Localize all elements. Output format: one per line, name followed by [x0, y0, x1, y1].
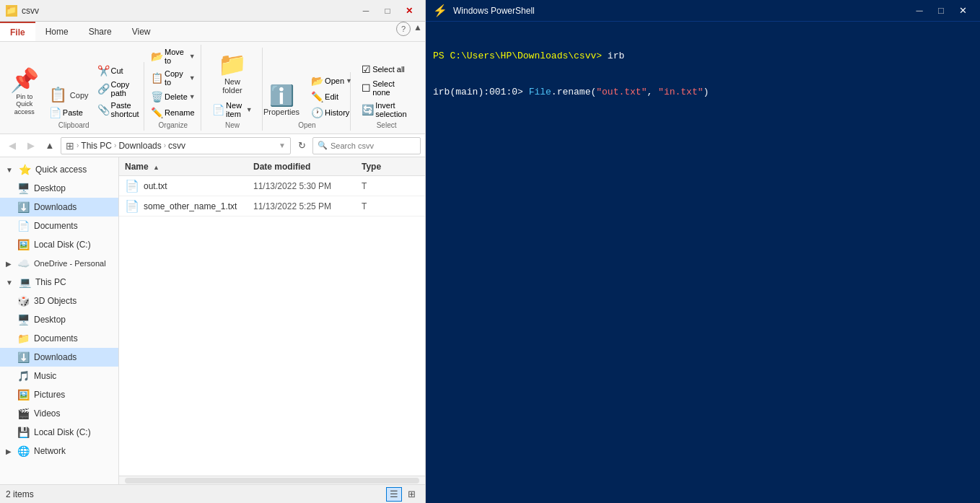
ps-console-output[interactable]: PS C:\Users\HP\Downloads\csvv> irb irb(m…: [426, 22, 980, 503]
search-icon: 🔍: [318, 141, 328, 150]
file-row-out-txt[interactable]: 📄 out.txt 11/13/2022 5:30 PM T: [119, 176, 425, 196]
downloads-label: Downloads: [34, 202, 76, 212]
ribbon: File Home Share View ? ▲ 📌 Pin to Quic: [0, 22, 425, 134]
search-input[interactable]: [331, 141, 430, 150]
sidebar-item-network[interactable]: ▶ 🌐 Network: [0, 442, 118, 460]
copy-button[interactable]: 📋 Copy: [45, 84, 92, 105]
sidebar-item-quick-access[interactable]: ▼ ⭐ Quick access: [0, 160, 118, 179]
move-to-button[interactable]: 📂 Move to ▼: [147, 46, 199, 66]
pin-to-quick-access-button[interactable]: 📌 Pin to Quickaccess: [5, 65, 44, 120]
copy-to-icon: 📋: [151, 72, 163, 84]
item-count: 2 items: [6, 489, 382, 499]
new-folder-button[interactable]: 📁 Newfolder: [213, 49, 252, 98]
back-button[interactable]: ◀: [4, 138, 20, 154]
refresh-button[interactable]: ↻: [294, 138, 310, 154]
cut-button[interactable]: ✂️ Cut: [94, 64, 143, 78]
new-item-button[interactable]: 📄 New item ▼: [209, 100, 256, 120]
file-icon-txt: 📄: [125, 179, 139, 193]
horizontal-scroll-area[interactable]: [119, 476, 425, 484]
tab-file[interactable]: File: [0, 22, 35, 41]
file-type-some-other: T: [362, 201, 419, 211]
sidebar-item-videos[interactable]: 🎬 Videos: [0, 404, 118, 423]
up-button[interactable]: ▲: [42, 138, 58, 154]
tab-home[interactable]: Home: [35, 22, 79, 41]
file-row-some-other[interactable]: 📄 some_other_name_1.txt 11/13/2022 5:25 …: [119, 196, 425, 216]
address-path[interactable]: ⊞ › This PC › Downloads › csvv ▼: [61, 137, 291, 154]
rename-button[interactable]: ✏️ Rename: [147, 105, 198, 120]
tab-view[interactable]: View: [122, 22, 161, 41]
select-none-button[interactable]: ☐ Select none: [358, 78, 415, 98]
disk-label: Local Disk (C:): [34, 427, 91, 437]
breadcrumb-csvv: csvv: [168, 141, 185, 151]
address-bar: ◀ ▶ ▲ ⊞ › This PC › Downloads › csvv ▼ ↻…: [0, 134, 425, 157]
large-icons-view-button[interactable]: ⊞: [403, 487, 419, 502]
copy-path-icon: 🔗: [97, 83, 110, 95]
sidebar-item-onedrive[interactable]: ▶ ☁️ OneDrive - Personal: [0, 254, 118, 273]
search-box[interactable]: 🔍: [312, 137, 421, 154]
sidebar-item-pictures[interactable]: 🖼️ Local Disk (C:): [0, 235, 118, 254]
sidebar-item-desktop-pc[interactable]: 🖥️ Desktop: [0, 310, 118, 329]
sidebar-item-downloads-pc[interactable]: ⬇️ Downloads: [0, 348, 118, 367]
sidebar-item-documents[interactable]: 📄 Documents: [0, 216, 118, 235]
edit-icon: ✏️: [311, 91, 323, 102]
properties-button[interactable]: ℹ️ Properties: [258, 82, 305, 120]
sidebar-item-this-pc[interactable]: ▼ 💻 This PC: [0, 273, 118, 292]
ps-path: C:\Users\HP\Downloads\csvv>: [450, 51, 602, 61]
details-view-button[interactable]: ☰: [386, 487, 402, 502]
ps-close-button[interactable]: ✕: [953, 4, 973, 18]
minimize-button[interactable]: ─: [356, 4, 376, 18]
maximize-button[interactable]: □: [377, 4, 398, 18]
tab-share[interactable]: Share: [79, 22, 122, 41]
move-to-chevron: ▼: [189, 53, 196, 60]
edit-button[interactable]: ✏️ Edit: [307, 89, 356, 104]
ps-arg2: "in.txt": [658, 87, 703, 97]
delete-button[interactable]: 🗑️ Delete ▼: [147, 89, 199, 104]
copy-to-button[interactable]: 📋 Copy to ▼: [147, 68, 199, 88]
pictures-label: Local Disk (C:): [34, 240, 91, 250]
sidebar-item-pictures-pc[interactable]: 🖼️ Pictures: [0, 385, 118, 404]
sidebar-item-downloads[interactable]: ⬇️ Downloads: [0, 198, 118, 216]
sidebar-item-local-disk[interactable]: 💾 Local Disk (C:): [0, 423, 118, 442]
star-icon: ⭐: [19, 164, 31, 175]
invert-selection-button[interactable]: 🔄 Invert selection: [358, 100, 415, 120]
forward-button[interactable]: ▶: [23, 138, 39, 154]
documents-label: Documents: [34, 221, 78, 231]
ps-minimize-button[interactable]: ─: [909, 4, 929, 18]
status-bar: 2 items ☰ ⊞: [0, 484, 425, 503]
ps-file-class: File: [529, 87, 551, 97]
ribbon-group-open: ℹ️ Properties 📂 Open ▼ ✏️ Edit: [264, 72, 351, 131]
close-button[interactable]: ✕: [399, 4, 419, 18]
ribbon-tab-bar: File Home Share View ? ▲: [0, 22, 425, 42]
paste-shortcut-icon: 📎: [97, 104, 110, 115]
copy-path-button[interactable]: 🔗 Copy path: [94, 79, 143, 99]
sidebar-item-desktop[interactable]: 🖥️ Desktop: [0, 179, 118, 198]
dl-icon: ⬇️: [17, 351, 30, 363]
open-chevron: ▼: [346, 77, 352, 84]
collapse-ribbon-button[interactable]: ▲: [411, 22, 425, 33]
view-buttons: ☰ ⊞: [386, 487, 419, 502]
network-icon: 🌐: [17, 445, 30, 457]
select-label: Select: [377, 121, 397, 129]
help-button[interactable]: ?: [396, 22, 411, 36]
sidebar-item-documents-pc[interactable]: 📁 Documents: [0, 329, 118, 348]
onedrive-expand: ▶: [6, 260, 12, 268]
music-icon: 🎵: [17, 370, 30, 382]
main-area: ▼ ⭐ Quick access 🖥️ Desktop ⬇️ Downloads…: [0, 157, 425, 484]
explorer-title: csvv: [22, 6, 356, 16]
ps-maximize-button[interactable]: □: [931, 4, 951, 18]
ps-ps-prefix: PS: [433, 51, 450, 61]
paste-button[interactable]: 📄 Paste: [45, 105, 92, 120]
paste-shortcut-button[interactable]: 📎 Paste shortcut: [94, 100, 143, 120]
col-type-header: Type: [362, 162, 419, 172]
open-button[interactable]: 📂 Open ▼: [307, 74, 356, 88]
sidebar-item-music[interactable]: 🎵 Music: [0, 367, 118, 385]
properties-icon: ℹ️: [269, 86, 294, 106]
history-button[interactable]: 🕐 History: [307, 105, 356, 120]
desktop2-icon: 🖥️: [17, 314, 30, 325]
sidebar-item-3d-objects[interactable]: 🎲 3D Objects: [0, 292, 118, 310]
copy-label: Copy: [70, 91, 89, 100]
open-icon: 📂: [311, 75, 323, 87]
copy-icon: 📋: [49, 87, 67, 102]
select-all-button[interactable]: ☑ Select all: [358, 62, 415, 76]
pin-icon: 📌: [10, 69, 39, 92]
